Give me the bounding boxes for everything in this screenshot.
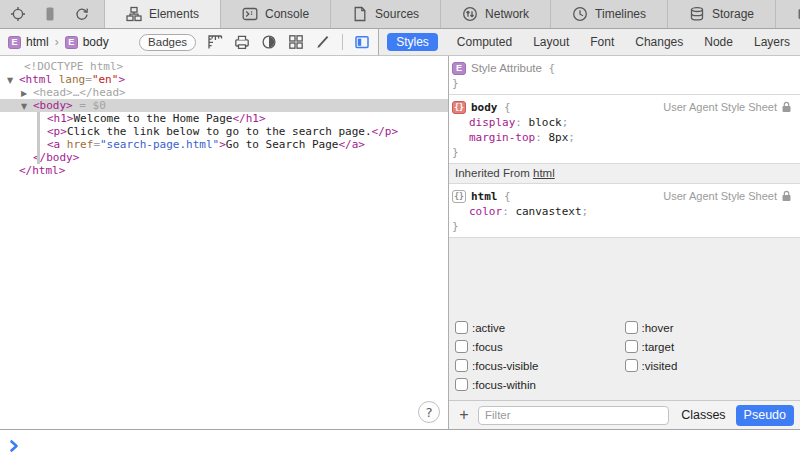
code-token: "en" — [92, 73, 119, 86]
property-value[interactable]: block — [529, 116, 562, 129]
inherited-from-label: Inherited From — [455, 167, 533, 179]
tab-console[interactable]: Console — [220, 0, 330, 28]
rule-selector[interactable]: body — [471, 101, 498, 114]
styles-panel-empty-area — [449, 238, 800, 313]
tab-elements[interactable]: Elements — [104, 0, 220, 28]
colon: : — [535, 131, 548, 144]
inherited-from-link[interactable]: html — [533, 167, 555, 179]
badges-button[interactable]: Badges — [139, 34, 196, 51]
print-styles-icon[interactable] — [234, 34, 250, 50]
sidebar-tab-changes[interactable]: Changes — [633, 33, 685, 51]
add-rule-button[interactable]: + — [455, 406, 473, 424]
sidebar-tab-styles[interactable]: Styles — [387, 33, 438, 51]
style-rule-body: {}body {User Agent Style Sheetdisplay: b… — [449, 95, 800, 164]
sidebar-tab-node[interactable]: Node — [702, 33, 735, 51]
pseudo-checkbox-focus-visible[interactable] — [455, 359, 468, 372]
open-brace: { — [498, 190, 511, 203]
tab-sources[interactable]: Sources — [330, 0, 440, 28]
quick-console-bar[interactable] — [0, 429, 800, 461]
pseudo-toggle-button[interactable]: Pseudo — [736, 405, 794, 426]
code-token: = — [85, 73, 92, 86]
code-token: <head>…</head> — [33, 86, 126, 99]
property-name[interactable]: color — [469, 205, 502, 218]
dom-tree-line[interactable]: ▼<body> = $0 — [0, 99, 448, 112]
tab-storage[interactable]: Storage — [667, 0, 775, 28]
code-token: = — [93, 138, 100, 151]
origin-label: User Agent Style Sheet — [663, 190, 777, 202]
code-token: Click the link below to go to the search… — [67, 125, 372, 138]
code-token: <!DOCTYPE html> — [24, 60, 123, 73]
tab-label: Network — [485, 7, 529, 21]
pseudo-checkbox-target[interactable] — [625, 340, 638, 353]
inherited-from-divider: Inherited From html — [449, 164, 800, 184]
css-property[interactable]: color: canvastext; — [449, 204, 800, 219]
storage-icon — [689, 6, 705, 22]
styles-filter-input[interactable] — [478, 406, 669, 425]
dom-tree-line[interactable]: ▼<html lang="en"> — [0, 73, 448, 86]
dom-tree-line[interactable]: <a href="search-page.html">Go to Search … — [0, 138, 448, 151]
pseudo-class-label: :focus-visible — [472, 360, 538, 372]
rule-badge-icon: {} — [452, 190, 466, 203]
sidebar-tab-layout[interactable]: Layout — [531, 33, 571, 51]
breadcrumb-item-html[interactable]: Ehtml — [8, 35, 49, 49]
breadcrumb-item-body[interactable]: Ebody — [65, 35, 109, 49]
property-name[interactable]: display — [469, 116, 515, 129]
dom-tree-line[interactable]: <p>Click the link below to go to the sea… — [0, 125, 448, 138]
element-badge-icon: E — [65, 36, 78, 49]
color-scheme-icon[interactable] — [261, 34, 277, 50]
pseudo-checkbox-hover[interactable] — [625, 321, 638, 334]
tab-graphics[interactable]: Graphics — [775, 0, 800, 28]
console-prompt-chevron-icon — [9, 439, 20, 453]
classes-toggle-button[interactable]: Classes — [681, 408, 725, 422]
pseudo-checkbox-focus-within[interactable] — [455, 378, 468, 391]
element-badge-icon: E — [8, 36, 21, 49]
dom-tree-line[interactable]: ▶<head>…</head> — [0, 86, 448, 99]
property-name[interactable]: margin-top — [469, 131, 535, 144]
rule-badge-icon: {} — [452, 101, 466, 114]
dom-tree-line[interactable]: </html> — [0, 164, 448, 177]
property-value[interactable]: canvastext — [515, 205, 581, 218]
details-sidebar-toggle[interactable] — [354, 34, 370, 50]
rule-selector[interactable]: html — [471, 190, 498, 203]
style-rule-html: {}html {User Agent Style Sheetcolor: can… — [449, 184, 800, 238]
colon: : — [502, 205, 515, 218]
pseudo-class-label: :focus — [472, 341, 503, 353]
dom-tree-line[interactable]: <!DOCTYPE html> — [0, 60, 448, 73]
edit-brush-icon[interactable] — [315, 34, 331, 50]
sidebar-tab-strip: StylesComputedLayoutFontChangesNodeLayer… — [379, 29, 800, 56]
property-value[interactable]: 8px — [548, 131, 568, 144]
pseudo-class-checkbox-area: :active:focus:focus-visible:focus-within… — [449, 313, 800, 400]
colon: : — [515, 116, 528, 129]
grid-overlay-icon[interactable] — [288, 34, 304, 50]
code-token: <h1> — [47, 112, 74, 125]
dom-tree-line[interactable]: <h1>Welcome to the Home Page</h1> — [0, 112, 448, 125]
sidebar-tab-layers[interactable]: Layers — [752, 33, 792, 51]
code-token: <body> — [33, 99, 73, 112]
dom-tree-line[interactable]: </body> — [0, 151, 448, 164]
secondary-toolbar: Ehtml›Ebody Badges StylesComputedLayoutF… — [0, 29, 800, 56]
pseudo-checkbox-focus[interactable] — [455, 340, 468, 353]
css-property[interactable]: margin-top: 8px; — [449, 130, 800, 145]
sidebar-tab-font[interactable]: Font — [588, 33, 616, 51]
tab-network[interactable]: Network — [440, 0, 550, 28]
tab-timelines[interactable]: Timelines — [550, 0, 667, 28]
main-content: <!DOCTYPE html>▼<html lang="en">▶<head>…… — [0, 56, 800, 429]
style-rule-style-attribute: EStyle Attribute {} — [449, 56, 800, 95]
sidebar-tab-computed[interactable]: Computed — [455, 33, 514, 51]
device-icon[interactable] — [42, 6, 58, 22]
css-property[interactable]: display: block; — [449, 115, 800, 130]
pseudo-class-row: :focus-within — [455, 375, 625, 394]
elements-toolbar: Ehtml›Ebody Badges — [0, 29, 379, 56]
pseudo-checkbox-active[interactable] — [455, 321, 468, 334]
rulers-icon[interactable] — [207, 34, 223, 50]
code-token: = $0 — [73, 99, 106, 112]
pseudo-checkbox-visited[interactable] — [625, 359, 638, 372]
breadcrumb-label: body — [83, 35, 109, 49]
reload-icon[interactable] — [74, 6, 90, 22]
breadcrumb: Ehtml›Ebody — [8, 35, 109, 49]
help-button[interactable]: ? — [418, 401, 440, 423]
web-inspector-window: ElementsConsoleSourcesNetworkTimelinesSt… — [0, 0, 800, 461]
styles-panel: EStyle Attribute {}{}body {User Agent St… — [449, 56, 800, 429]
rule-selector[interactable]: Style Attribute — [471, 62, 542, 74]
inspect-element-icon[interactable] — [10, 6, 26, 22]
